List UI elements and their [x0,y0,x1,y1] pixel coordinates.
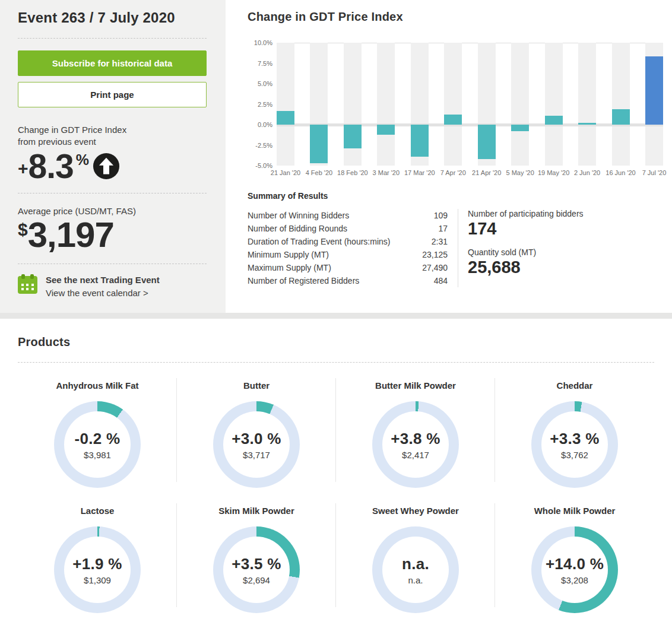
summary-row-label: Duration of Trading Event (hours:mins) [248,235,390,248]
product-donut-chart: +14.0 %$3,208 [531,526,618,613]
product-tile: Butter+3.0 %$3,717 [177,363,336,488]
divider [18,38,207,39]
top-section: Event 263 / 7 July 2020 Subscribe for hi… [0,0,672,313]
zero-baseline-band [277,123,663,126]
product-donut-chart: +3.5 %$2,694 [213,526,300,613]
category-stripe [377,43,395,166]
index-change-sign: + [18,158,28,179]
product-donut-chart: +3.3 %$3,762 [531,401,618,488]
summary-row-label: Maximum Supply (MT) [248,261,331,274]
summary-row: Number of Bidding Rounds17 [248,222,448,235]
average-price-value: 3,197 [28,217,114,253]
bar-17 Mar '20 [411,125,429,157]
subscribe-button[interactable]: Subscribe for historical data [18,50,207,76]
product-name: Cheddar [557,380,593,391]
summary-row-value: 23,125 [422,248,448,261]
product-price: n.a. [408,575,423,585]
y-axis-tick-label: 0.0% [243,121,272,128]
chart-title: Change in GDT Price Index [248,10,403,24]
product-price: $2,417 [402,450,429,460]
category-stripe [545,43,563,166]
product-change-percent: -0.2 % [75,430,121,448]
product-donut-chart: -0.2 %$3,981 [54,401,141,488]
summary-row-label: Minimum Supply (MT) [248,248,329,261]
summary-row-value: 17 [438,222,448,235]
average-price-stat: $ 3,197 [18,217,207,253]
summary-row-value: 27,490 [422,261,448,274]
stat-label: Quantity sold (MT) [468,247,584,257]
product-donut-chart: +3.8 %$2,417 [372,401,459,488]
bar-2 Jun '20 [578,123,596,125]
stat-label: Number of participating bidders [468,209,584,218]
summary-row: Maximum Supply (MT)27,490 [248,261,448,274]
summary-row: Number of Winning Bidders109 [248,209,448,222]
chart-panel: Change in GDT Price Index 10.0%7.5%5.0%2… [226,0,672,313]
product-change-percent: +3.0 % [232,430,281,448]
bar-7 Jul '20 [645,56,663,125]
bar-5 May '20 [511,125,529,131]
product-tile: Sweet Whey Powdern.a.n.a. [336,488,495,613]
y-axis-tick-label: -2.5% [243,142,272,149]
product-change-percent: +14.0 % [546,555,604,573]
product-name: Sweet Whey Powder [372,506,459,516]
y-axis-tick-label: -5.0% [243,162,272,169]
product-name: Anhydrous Milk Fat [56,380,138,391]
summary-stats: Number of participating bidders174Quanti… [458,209,584,287]
gdt-index-bar-chart: 10.0%7.5%5.0%2.5%0.0%-2.5%-5.0%21 Jan '2… [239,43,667,182]
summary-row: Duration of Trading Event (hours:mins)2:… [248,235,448,248]
summary-title: Summary of Results [248,191,655,201]
category-stripe [277,43,294,166]
products-grid: Anhydrous Milk Fat-0.2 %$3,981Butter+3.0… [18,363,654,613]
category-stripe [578,43,596,166]
bar-21 Apr '20 [478,125,496,159]
bar-21 Jan '20 [277,111,294,125]
product-name: Whole Milk Powder [534,506,616,516]
category-stripe [444,43,462,166]
x-axis-tick-label: 7 Jul '20 [633,169,672,176]
bar-3 Mar '20 [377,125,395,135]
product-tile: Cheddar+3.3 %$3,762 [495,363,654,488]
next-event-block[interactable]: See the next Trading Event View the even… [18,274,207,300]
product-price: $1,309 [84,575,111,585]
stat-value: 174 [468,218,584,239]
up-arrow-icon [93,153,120,180]
y-axis-tick-label: 5.0% [243,80,272,87]
product-tile: Lactose+1.9 %$1,309 [18,488,177,613]
divider [18,193,207,193]
print-page-button[interactable]: Print page [18,82,207,107]
products-section: Products Anhydrous Milk Fat-0.2 %$3,981B… [0,319,672,641]
bar-16 Jun '20 [612,109,630,125]
stat-value: 25,688 [468,257,584,278]
summary-row: Number of Registered Bidders484 [248,274,448,287]
product-price: $3,762 [561,450,588,460]
product-tile: Whole Milk Powder+14.0 %$3,208 [495,488,654,613]
summary-row-value: 109 [434,209,448,222]
bar-18 Feb '20 [344,125,362,148]
product-donut-chart: +3.0 %$3,717 [213,401,300,488]
index-change-label-line1: Change in GDT Price Index [18,124,207,136]
summary-row-label: Number of Winning Bidders [248,209,349,222]
index-change-unit: % [76,151,89,169]
plot-top-gridline [277,43,663,43]
next-event-title: See the next Trading Event [46,274,160,287]
summary-row: Minimum Supply (MT)23,125 [248,248,448,261]
product-name: Butter [243,380,270,391]
category-stripe [612,43,630,166]
product-tile: Skim Milk Powder+3.5 %$2,694 [177,488,336,613]
summary-of-results: Summary of Results Number of Winning Bid… [248,191,655,287]
summary-row-label: Number of Registered Bidders [248,274,359,287]
summary-row-value: 2:31 [432,235,448,248]
product-donut-chart: n.a.n.a. [372,526,459,613]
product-tile: Anhydrous Milk Fat-0.2 %$3,981 [18,363,177,488]
summary-row-value: 484 [434,274,448,287]
product-name: Lactose [81,506,115,516]
event-calendar-link[interactable]: View the event calendar > [46,287,160,300]
bar-4 Feb '20 [310,125,328,163]
page-title: Event 263 / 7 July 2020 [18,9,207,26]
category-stripe [511,43,529,166]
currency-symbol: $ [18,220,28,253]
gdt-event-results-page: Event 263 / 7 July 2020 Subscribe for hi… [0,0,672,641]
product-name: Skim Milk Powder [218,506,294,516]
divider [18,264,207,264]
product-donut-chart: +1.9 %$1,309 [54,526,141,613]
